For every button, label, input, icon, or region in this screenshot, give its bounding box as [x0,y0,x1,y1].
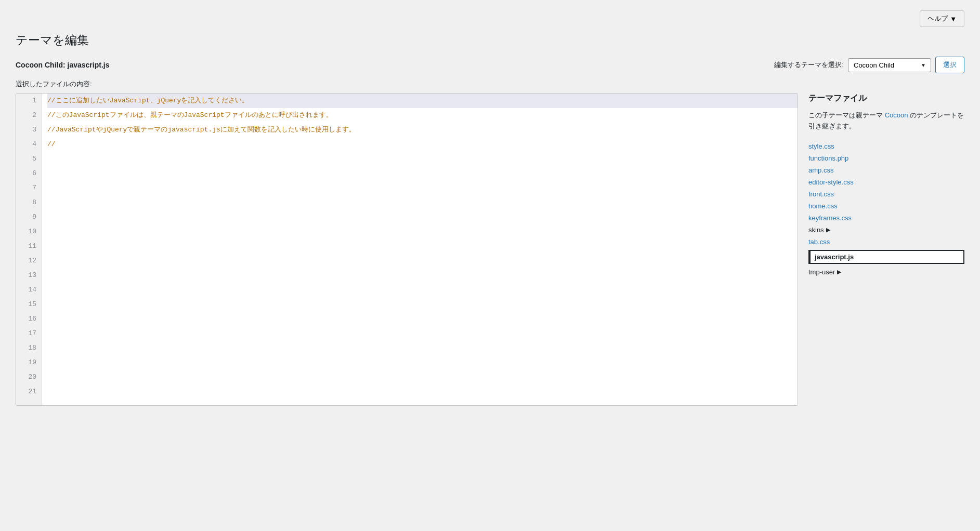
file-link-javascript-js[interactable]: javascript.js [808,250,964,264]
file-header: Cocoon Child: javascript.js 編集するテーマを選択: … [16,57,964,73]
code-editor-area: 1 2 3 4 5 6 7 8 9 10 11 12 13 14 15 16 1 [16,93,798,406]
file-link-style-css[interactable]: style.css [808,142,834,150]
file-link-home-css[interactable]: home.css [808,202,838,210]
sidebar-cocoon-link[interactable]: Cocoon [885,111,908,119]
file-link-editor-style-css[interactable]: editor-style.css [808,178,854,186]
code-line-1: //ここに追加したいJavaScript、jQueryを記入してください。 [47,94,798,108]
line-num-1: 1 [21,94,36,108]
sidebar-title: テーマファイル [808,93,964,104]
code-line-3: //JavaScriptやjQueryで親テーマのjavascript.jsに加… [47,123,798,137]
line-num-21: 21 [21,384,36,399]
sidebar-description: この子テーマは親テーマ Cocoon のテンプレートを引き継ぎます。 [808,110,964,132]
line-num-6: 6 [21,166,36,181]
line-num-19: 19 [21,355,36,370]
sidebar: テーマファイル この子テーマは親テーマ Cocoon のテンプレートを引き継ぎま… [808,93,964,278]
folder-arrow-skins: ▶ [826,227,830,233]
line-num-17: 17 [21,326,36,341]
list-item: javascript.js [808,248,964,266]
code-line-18 [47,341,798,355]
page-title: テーマを編集 [16,32,964,48]
help-button-label: ヘルプ [927,14,948,23]
file-title: Cocoon Child: javascript.js [16,61,109,69]
code-line-15 [47,297,798,312]
code-line-5 [47,152,798,166]
code-editor[interactable]: 1 2 3 4 5 6 7 8 9 10 11 12 13 14 15 16 1 [16,94,798,405]
line-num-4: 4 [21,137,36,152]
line-num-3: 3 [21,123,36,137]
code-content[interactable]: //ここに追加したいJavaScript、jQueryを記入してください。 //… [42,94,798,405]
code-line-21 [47,384,798,399]
code-line-7 [47,181,798,195]
line-numbers: 1 2 3 4 5 6 7 8 9 10 11 12 13 14 15 16 1 [16,94,42,405]
list-item: keyframes.css [808,212,964,224]
code-line-4: // [47,137,798,152]
code-line-13 [47,268,798,283]
code-line-14 [47,283,798,297]
code-line-19 [47,355,798,370]
list-item: editor-style.css [808,176,964,188]
code-line-16 [47,312,798,326]
line-num-20: 20 [21,370,36,384]
help-button-arrow: ▼ [950,15,957,23]
line-num-5: 5 [21,152,36,166]
line-num-12: 12 [21,254,36,268]
line-num-15: 15 [21,297,36,312]
line-num-7: 7 [21,181,36,195]
file-link-front-css[interactable]: front.css [808,190,834,198]
line-num-9: 9 [21,210,36,224]
code-line-10 [47,224,798,239]
theme-selector-label: 編集するテーマを選択: [774,60,844,70]
line-num-13: 13 [21,268,36,283]
folder-tmp-user[interactable]: tmp-user ▶ [808,268,964,276]
list-item: functions.php [808,152,964,164]
code-line-8 [47,195,798,210]
help-button[interactable]: ヘルプ ▼ [920,10,964,27]
file-link-keyframes-css[interactable]: keyframes.css [808,214,852,222]
line-num-18: 18 [21,341,36,355]
line-num-11: 11 [21,239,36,254]
main-content: 1 2 3 4 5 6 7 8 9 10 11 12 13 14 15 16 1 [16,93,964,406]
code-line-17 [47,326,798,341]
list-item: tmp-user ▶ [808,266,964,278]
folder-arrow-tmp-user: ▶ [837,269,841,275]
file-link-functions-php[interactable]: functions.php [808,154,848,162]
list-item: style.css [808,140,964,152]
code-line-9 [47,210,798,224]
code-line-6 [47,166,798,181]
code-line-2: //このJavaScriptファイルは、親テーマのJavaScriptファイルの… [47,108,798,123]
file-link-tab-css[interactable]: tab.css [808,238,830,246]
list-item: front.css [808,188,964,200]
list-item: amp.css [808,164,964,176]
line-num-10: 10 [21,224,36,239]
code-line-11 [47,239,798,254]
line-num-2: 2 [21,108,36,123]
content-label: 選択したファイルの内容: [16,79,964,89]
list-item: home.css [808,200,964,212]
theme-select-wrapper: Cocoon Child Cocoon [848,58,931,72]
theme-select-button[interactable]: 選択 [935,57,964,73]
sidebar-desc-part1: この子テーマは親テーマ [808,111,883,119]
code-line-20 [47,370,798,384]
folder-skins[interactable]: skins ▶ [808,226,964,234]
theme-select[interactable]: Cocoon Child Cocoon [848,58,931,72]
file-link-amp-css[interactable]: amp.css [808,166,833,174]
list-item: tab.css [808,236,964,248]
line-num-8: 8 [21,195,36,210]
code-line-12 [47,254,798,268]
list-item: skins ▶ [808,224,964,236]
file-list: style.css functions.php amp.css editor-s… [808,140,964,278]
line-num-16: 16 [21,312,36,326]
theme-selector-area: 編集するテーマを選択: Cocoon Child Cocoon 選択 [774,57,964,73]
line-num-14: 14 [21,283,36,297]
